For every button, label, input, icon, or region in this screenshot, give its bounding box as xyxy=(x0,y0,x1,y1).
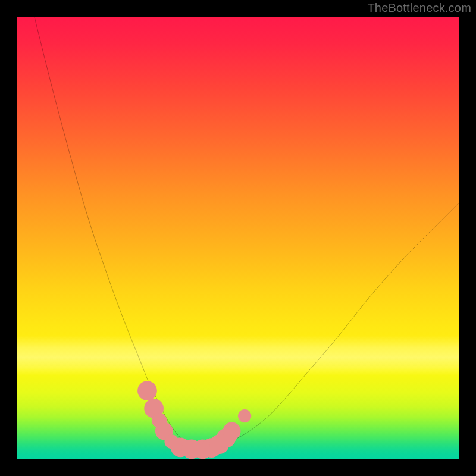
overlay-dot xyxy=(137,381,157,400)
watermark-text: TheBottleneck.com xyxy=(367,1,471,15)
marker-layer xyxy=(137,381,251,459)
bottleneck-curve xyxy=(35,17,459,447)
overlay-dot xyxy=(238,409,251,422)
overlay-dot xyxy=(223,422,241,440)
chart-frame: TheBottleneck.com xyxy=(0,0,476,476)
plot-area xyxy=(17,17,459,459)
chart-svg xyxy=(17,17,459,459)
